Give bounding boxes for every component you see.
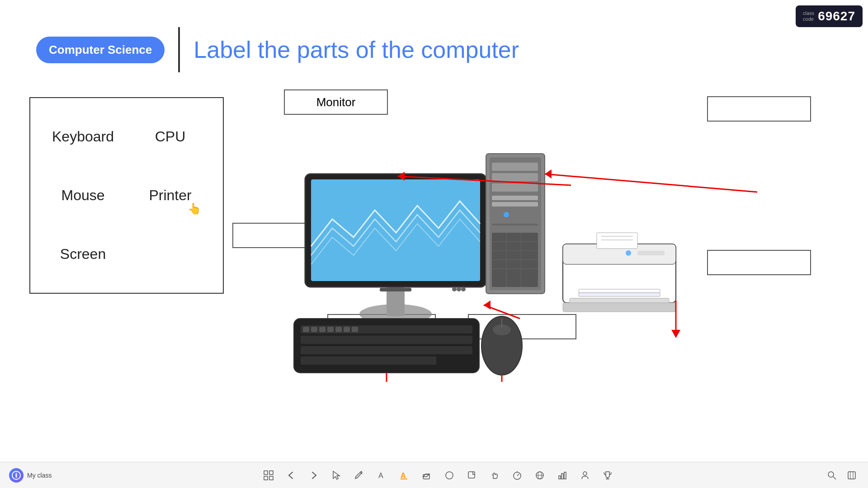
svg-point-7	[452, 287, 457, 291]
svg-line-90	[833, 477, 836, 479]
svg-rect-48	[637, 251, 665, 255]
pen-tool-icon[interactable]	[352, 468, 366, 483]
word-bank: Keyboard CPU Mouse Printer Screen	[29, 97, 224, 294]
svg-rect-16	[492, 224, 538, 225]
svg-point-6	[457, 287, 461, 291]
svg-rect-28	[301, 357, 436, 365]
svg-line-52	[545, 174, 757, 192]
svg-line-79	[517, 474, 519, 476]
svg-rect-13	[492, 196, 538, 200]
shape-tool-icon[interactable]	[442, 468, 457, 483]
svg-marker-61	[671, 330, 680, 338]
svg-text:A: A	[378, 472, 383, 479]
word-screen[interactable]: Screen	[60, 246, 106, 263]
header: Computer Science Label the parts of the …	[36, 27, 519, 72]
toolbar: My class A A	[0, 462, 868, 488]
settings-icon[interactable]	[844, 468, 859, 483]
sticky-note-icon[interactable]	[465, 468, 479, 483]
svg-rect-3	[311, 179, 480, 281]
toolbar-center: A A	[261, 468, 615, 483]
svg-point-47	[626, 250, 631, 256]
timer-icon[interactable]	[510, 468, 524, 483]
svg-rect-35	[352, 327, 358, 332]
svg-point-89	[828, 472, 834, 477]
svg-rect-65	[264, 476, 268, 480]
chart-icon[interactable]	[555, 468, 570, 483]
eraser-tool-icon[interactable]	[420, 468, 434, 483]
class-code-number: 69627	[818, 9, 855, 23]
word-cpu[interactable]: CPU	[155, 128, 186, 145]
illustration-svg	[235, 84, 841, 382]
svg-marker-67	[333, 471, 340, 479]
svg-point-86	[583, 472, 587, 475]
toolbar-left: My class	[9, 468, 52, 483]
svg-rect-84	[561, 474, 563, 479]
svg-rect-43	[579, 293, 660, 296]
svg-rect-27	[301, 346, 472, 354]
svg-rect-31	[319, 327, 326, 332]
word-mouse[interactable]: Mouse	[61, 187, 104, 204]
toolbar-right	[825, 468, 859, 483]
svg-marker-55	[484, 300, 491, 310]
trophy-icon[interactable]	[600, 468, 615, 483]
svg-point-5	[461, 287, 466, 291]
class-code-badge: classcode 69627	[796, 5, 863, 27]
svg-rect-64	[269, 471, 273, 474]
svg-rect-66	[269, 476, 273, 480]
svg-rect-63	[264, 471, 268, 474]
hand-tool-icon[interactable]	[487, 468, 502, 483]
svg-rect-30	[311, 327, 317, 332]
forward-arrow-icon[interactable]	[307, 468, 321, 483]
svg-rect-85	[564, 472, 566, 479]
svg-rect-10	[492, 163, 538, 171]
svg-rect-83	[559, 476, 561, 479]
word-printer[interactable]: Printer	[149, 187, 191, 204]
svg-rect-75	[468, 472, 475, 478]
svg-rect-12	[492, 183, 538, 192]
svg-rect-26	[301, 336, 472, 344]
svg-rect-4	[380, 288, 411, 291]
svg-rect-49	[563, 303, 676, 312]
svg-text:A: A	[401, 472, 406, 479]
page-title: Label the parts of the computer	[193, 36, 519, 63]
back-arrow-icon[interactable]	[284, 468, 298, 483]
class-code-label: classcode	[803, 10, 814, 22]
toolbar-myclass-label: My class	[27, 472, 52, 479]
grid-icon[interactable]	[261, 468, 276, 483]
svg-rect-11	[492, 173, 538, 181]
svg-rect-32	[327, 327, 334, 332]
svg-marker-53	[545, 169, 552, 178]
word-keyboard[interactable]: Keyboard	[52, 128, 114, 145]
svg-rect-29	[303, 327, 309, 332]
svg-rect-14	[492, 202, 538, 206]
svg-rect-44	[597, 233, 637, 249]
pointer-tool-icon[interactable]	[329, 468, 344, 483]
person-icon[interactable]	[578, 468, 592, 483]
header-divider	[178, 27, 180, 72]
svg-point-74	[446, 472, 453, 479]
svg-rect-91	[848, 472, 855, 479]
svg-rect-34	[344, 327, 350, 332]
svg-point-15	[504, 212, 509, 217]
globe-icon[interactable]	[533, 468, 547, 483]
svg-rect-25	[301, 325, 472, 333]
svg-rect-33	[335, 327, 342, 332]
subject-pill: Computer Science	[36, 37, 165, 63]
highlight-tool-icon[interactable]: A	[397, 468, 411, 483]
svg-rect-42	[579, 289, 660, 293]
text-tool-icon[interactable]: A	[374, 468, 389, 483]
toolbar-logo	[9, 468, 24, 483]
search-icon[interactable]	[825, 468, 839, 483]
